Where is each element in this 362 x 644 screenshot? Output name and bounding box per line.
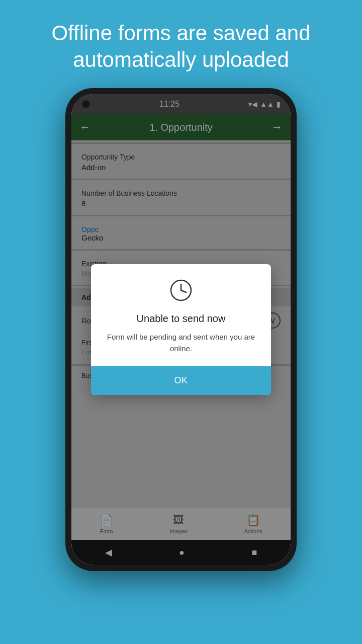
hero-heading: Offline forms are saved and automaticall…	[0, 0, 362, 83]
modal-ok-button[interactable]: OK	[91, 366, 271, 395]
hero-line1: Offline forms are saved and	[51, 21, 310, 45]
phone-frame: 11:25 ▾◀ ▲▲ ▮ ← 1. Opportunity → Opportu…	[0, 88, 362, 571]
phone-body: 11:25 ▾◀ ▲▲ ▮ ← 1. Opportunity → Opportu…	[65, 88, 297, 571]
modal-body: Unable to send now Form will be pending …	[91, 264, 271, 366]
modal-title: Unable to send now	[137, 313, 226, 325]
modal-overlay: Unable to send now Form will be pending …	[71, 94, 291, 565]
svg-line-2	[181, 290, 186, 292]
hero-line2: automatically uploaded	[73, 48, 289, 71]
modal-dialog: Unable to send now Form will be pending …	[91, 264, 271, 395]
clock-icon	[169, 278, 193, 306]
phone-screen: 11:25 ▾◀ ▲▲ ▮ ← 1. Opportunity → Opportu…	[71, 94, 291, 565]
modal-message: Form will be pending and sent when you a…	[103, 332, 259, 354]
